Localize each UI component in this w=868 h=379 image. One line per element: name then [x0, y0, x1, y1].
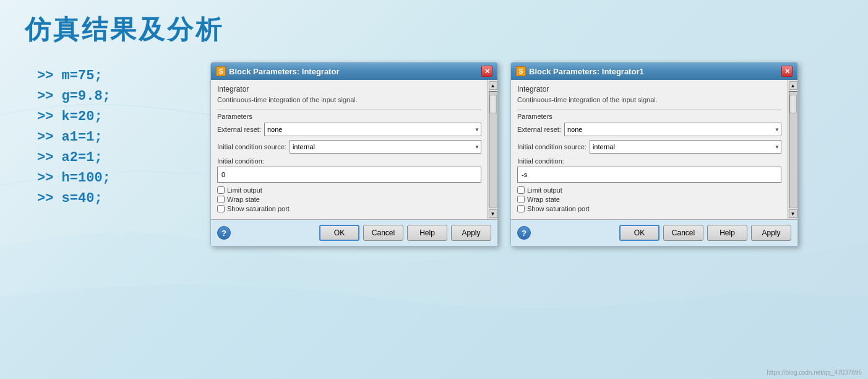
code-line: >> a1=1; — [37, 129, 111, 145]
help-icon-button[interactable]: ? — [217, 226, 231, 240]
show-saturation-port-checkbox[interactable] — [217, 205, 225, 212]
limit-output-checkbox[interactable] — [217, 186, 225, 194]
dialog-2: S Block Parameters: Integrator1 ✕ Integr… — [510, 62, 798, 246]
scrollbar-track — [789, 91, 797, 208]
dialog-footer: ? OK Cancel Help Apply — [211, 219, 497, 246]
wrap-state-row: Wrap state — [217, 196, 481, 203]
dialog-close-button[interactable]: ✕ — [481, 66, 492, 77]
dialog-main-content: Integrator Continuous-time integration o… — [211, 80, 488, 219]
initial-condition-source-label: Initial condition source: — [517, 143, 587, 150]
page-title: 仿真结果及分析 — [25, 12, 224, 47]
show-saturation-port-label: Show saturation port — [227, 205, 290, 212]
initial-condition-source-select-wrapper: internalexternal ▼ — [290, 140, 481, 154]
dialog-title-text: Block Parameters: Integrator — [229, 67, 339, 76]
external-reset-label: External reset: — [517, 126, 561, 133]
scrollbar-down-button[interactable]: ▼ — [489, 209, 497, 218]
external-reset-select-wrapper: nonerisingfallingeitherlevel ▼ — [264, 123, 481, 136]
code-line: >> k=20; — [37, 109, 111, 124]
dialog-close-button[interactable]: ✕ — [781, 66, 793, 77]
initial-condition-label: Initial condition: — [517, 157, 781, 165]
initial-condition-source-select[interactable]: internalexternal — [590, 140, 781, 154]
external-reset-row: External reset: nonerisingfallingeitherl… — [517, 123, 781, 136]
external-reset-label: External reset: — [217, 126, 261, 133]
dialog-footer: ? OK Cancel Help Apply — [511, 219, 797, 246]
cancel-button[interactable]: Cancel — [363, 225, 403, 241]
dialog-app-icon: S — [216, 66, 226, 76]
show-saturation-port-row: Show saturation port — [517, 205, 781, 212]
show-saturation-port-checkbox[interactable] — [517, 205, 525, 212]
separator-top — [517, 110, 781, 110]
code-line: >> m=75; — [37, 68, 111, 84]
wrap-state-checkbox[interactable] — [217, 196, 225, 203]
dialog-titlebar-1: S Block Parameters: Integrator ✕ — [211, 63, 497, 80]
initial-condition-source-select[interactable]: internalexternal — [290, 140, 481, 154]
title-area: 仿真结果及分析 — [25, 12, 224, 47]
dialog-content: Integrator Continuous-time integration o… — [511, 80, 788, 219]
code-line: >> a2=1; — [37, 150, 111, 165]
dialog-description: Continuous-time integration of the input… — [517, 95, 781, 105]
params-label: Parameters — [517, 113, 781, 120]
initial-condition-input[interactable] — [517, 167, 781, 183]
scrollbar-track — [489, 91, 497, 208]
params-label: Parameters — [217, 113, 481, 120]
initial-condition-label: Initial condition: — [217, 157, 481, 165]
cancel-button[interactable]: Cancel — [663, 225, 703, 241]
titlebar-left: S Block Parameters: Integrator — [216, 66, 339, 76]
initial-condition-source-row: Initial condition source: internalextern… — [217, 140, 481, 154]
wrap-state-row: Wrap state — [517, 196, 781, 203]
ok-button[interactable]: OK — [319, 225, 359, 241]
section-title: Integrator — [217, 85, 481, 94]
scrollbar-up-button[interactable]: ▲ — [489, 81, 497, 90]
scrollbar-down-button[interactable]: ▼ — [789, 209, 797, 218]
dialog-content: Integrator Continuous-time integration o… — [211, 80, 488, 219]
external-reset-select[interactable]: nonerisingfallingeitherlevel — [564, 123, 781, 136]
dialogs-area: S Block Parameters: Integrator ✕ Integra… — [210, 62, 798, 246]
limit-output-row: Limit output — [217, 186, 481, 194]
titlebar-left: S Block Parameters: Integrator1 — [516, 66, 644, 76]
dialog-description: Continuous-time integration of the input… — [217, 95, 481, 105]
scrollbar-up-button[interactable]: ▲ — [789, 81, 797, 90]
dialog-titlebar-2: S Block Parameters: Integrator1 ✕ — [511, 63, 797, 80]
initial-condition-source-select-wrapper: internalexternal ▼ — [590, 140, 781, 154]
initial-condition-source-label: Initial condition source: — [217, 143, 286, 150]
initial-condition-source-row: Initial condition source: internalextern… — [517, 140, 781, 154]
wrap-state-checkbox[interactable] — [517, 196, 525, 203]
dialog-app-icon: S — [516, 66, 526, 76]
limit-output-checkbox[interactable] — [517, 186, 525, 194]
dialog-scrollbar: ▲ ▼ — [788, 80, 797, 219]
code-line: >> g=9.8; — [37, 89, 111, 104]
scrollbar-thumb[interactable] — [789, 95, 797, 113]
code-line: >> h=100; — [37, 170, 111, 186]
wrap-state-label: Wrap state — [227, 196, 260, 203]
ok-button[interactable]: OK — [619, 225, 660, 241]
section-title: Integrator — [517, 85, 781, 94]
dialog-scrollbar-area: Integrator Continuous-time integration o… — [511, 80, 797, 219]
help-button[interactable]: Help — [407, 225, 447, 241]
dialog-scrollbar: ▲ ▼ — [488, 80, 497, 219]
limit-output-label: Limit output — [527, 186, 562, 194]
show-saturation-port-label: Show saturation port — [527, 205, 590, 212]
apply-button[interactable]: Apply — [751, 225, 791, 241]
external-reset-row: External reset: nonerisingfallingeitherl… — [217, 123, 481, 136]
watermark: https://blog.csdn.net/qq_47037895 — [767, 369, 862, 376]
external-reset-select-wrapper: nonerisingfallingeitherlevel ▼ — [564, 123, 781, 136]
code-area: >> m=75;>> g=9.8;>> k=20;>> a1=1;>> a2=1… — [37, 68, 111, 206]
show-saturation-port-row: Show saturation port — [217, 205, 481, 212]
separator-top — [217, 110, 481, 110]
external-reset-select[interactable]: nonerisingfallingeitherlevel — [264, 123, 481, 136]
dialog-title-text: Block Parameters: Integrator1 — [529, 67, 644, 76]
limit-output-row: Limit output — [517, 186, 781, 194]
dialog-1: S Block Parameters: Integrator ✕ Integra… — [210, 62, 498, 246]
wrap-state-label: Wrap state — [527, 196, 560, 203]
help-icon-button[interactable]: ? — [517, 226, 531, 240]
dialog-main-content: Integrator Continuous-time integration o… — [511, 80, 788, 219]
help-button[interactable]: Help — [707, 225, 747, 241]
limit-output-label: Limit output — [227, 186, 262, 194]
dialog-scrollbar-area: Integrator Continuous-time integration o… — [211, 80, 497, 219]
apply-button[interactable]: Apply — [451, 225, 491, 241]
code-line: >> s=40; — [37, 191, 111, 206]
scrollbar-thumb[interactable] — [489, 95, 497, 113]
initial-condition-input[interactable] — [217, 167, 481, 183]
